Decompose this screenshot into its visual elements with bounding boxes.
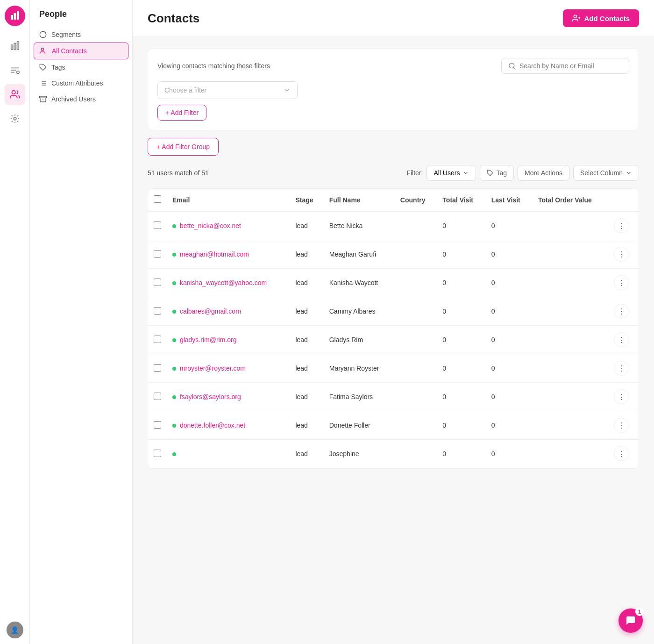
row-more-button[interactable]: ⋮ — [614, 218, 629, 233]
table-row: lead Josephine 0 0 ⋮ — [148, 440, 639, 468]
row-more-button[interactable]: ⋮ — [614, 361, 629, 376]
filter-dropdown-placeholder: Choose a filter — [164, 86, 206, 94]
email-link[interactable]: mroyster@royster.com — [180, 365, 246, 372]
email-link[interactable]: bette_nicka@cox.net — [180, 222, 241, 229]
row-total-visit: 0 — [437, 326, 485, 354]
row-checkbox-cell — [148, 240, 167, 269]
table-row: gladys.rim@rim.org lead Gladys Rim 0 0 ⋮ — [148, 326, 639, 354]
sidebar-item-all-contacts[interactable]: All Contacts — [34, 43, 128, 59]
select-column-dropdown[interactable]: Select Column — [573, 165, 639, 181]
email-link[interactable]: fsaylors@saylors.org — [180, 393, 241, 401]
row-email: bette_nicka@cox.net — [167, 211, 290, 240]
row-last-visit: 0 — [486, 211, 533, 240]
avatar[interactable]: 👤 — [7, 622, 23, 638]
row-more-button[interactable]: ⋮ — [614, 332, 629, 347]
select-column-chevron-icon — [626, 170, 632, 176]
all-users-chevron-icon — [462, 170, 469, 176]
row-total-visit: 0 — [437, 354, 485, 383]
filter-tag-label: Filter: — [406, 169, 423, 177]
row-more-button[interactable]: ⋮ — [614, 304, 629, 319]
analytics-icon[interactable] — [5, 36, 25, 56]
sidebar-label-segments: Segments — [51, 31, 81, 38]
email-link[interactable]: kanisha_waycott@yahoo.com — [180, 279, 267, 286]
col-total-visit: Total Visit — [437, 189, 485, 211]
table-row: fsaylors@saylors.org lead Fatima Saylors… — [148, 383, 639, 411]
row-checkbox-0[interactable] — [154, 222, 161, 229]
row-country — [395, 411, 437, 440]
status-dot — [172, 452, 176, 456]
row-checkbox-6[interactable] — [154, 393, 161, 400]
tag-button[interactable]: Tag — [480, 165, 514, 181]
status-dot — [172, 224, 176, 228]
add-contacts-button[interactable]: Add Contacts — [563, 9, 640, 27]
search-input[interactable] — [519, 62, 622, 70]
col-actions — [608, 189, 639, 211]
row-stage: lead — [290, 440, 323, 468]
select-all-checkbox[interactable] — [154, 195, 161, 203]
row-last-visit: 0 — [486, 240, 533, 269]
integrations-icon[interactable] — [5, 108, 25, 129]
row-checkbox-cell — [148, 354, 167, 383]
row-country — [395, 440, 437, 468]
table-row: bette_nicka@cox.net lead Bette Nicka 0 0… — [148, 211, 639, 240]
row-stage: lead — [290, 326, 323, 354]
filter-dropdown[interactable]: Choose a filter — [157, 81, 298, 99]
sidebar-item-archived-users[interactable]: Archived Users — [30, 91, 132, 107]
more-actions-button[interactable]: More Actions — [518, 165, 569, 181]
add-filter-button[interactable]: + Add Filter — [157, 105, 206, 121]
row-country — [395, 269, 437, 297]
email-link[interactable]: calbares@gmail.com — [180, 308, 241, 315]
row-checkbox-cell — [148, 211, 167, 240]
page-title: Contacts — [148, 11, 199, 26]
row-checkbox-8[interactable] — [154, 450, 161, 457]
sidebar-label-custom-attributes: Custom Attributes — [51, 79, 103, 87]
app-logo[interactable] — [5, 6, 25, 26]
icon-bar: 👤 — [0, 0, 30, 644]
svg-rect-1 — [14, 13, 16, 20]
all-users-dropdown[interactable]: All Users — [427, 165, 476, 181]
row-more-button[interactable]: ⋮ — [614, 418, 629, 433]
row-more-button[interactable]: ⋮ — [614, 446, 629, 461]
row-checkbox-7[interactable] — [154, 421, 161, 429]
contacts-icon[interactable] — [5, 84, 25, 105]
svg-rect-5 — [17, 42, 19, 50]
email-link[interactable]: gladys.rim@rim.org — [180, 336, 237, 343]
row-checkbox-3[interactable] — [154, 307, 161, 315]
row-checkbox-4[interactable] — [154, 336, 161, 343]
email-link[interactable]: meaghan@hotmail.com — [180, 250, 249, 258]
row-stage: lead — [290, 240, 323, 269]
sidebar-item-segments[interactable]: Segments — [30, 27, 132, 43]
row-total-order-value — [533, 269, 608, 297]
filter-bar: Filter: All Users Tag More Actions — [406, 165, 639, 181]
row-last-visit: 0 — [486, 297, 533, 326]
email-link[interactable]: donette.foller@cox.net — [180, 422, 245, 429]
svg-point-6 — [16, 71, 19, 74]
row-email: meaghan@hotmail.com — [167, 240, 290, 269]
row-checkbox-1[interactable] — [154, 250, 161, 258]
row-total-order-value — [533, 240, 608, 269]
search-box[interactable] — [501, 58, 629, 74]
sidebar-item-custom-attributes[interactable]: Custom Attributes — [30, 75, 132, 91]
row-checkbox-2[interactable] — [154, 279, 161, 286]
row-total-visit: 0 — [437, 269, 485, 297]
add-filter-group-button[interactable]: + Add Filter Group — [148, 138, 219, 156]
row-more-button[interactable]: ⋮ — [614, 247, 629, 262]
row-fullname: Maryann Royster — [324, 354, 395, 383]
row-total-visit: 0 — [437, 383, 485, 411]
chat-icon — [625, 615, 636, 626]
sidebar-item-tags[interactable]: Tags — [30, 59, 132, 75]
row-last-visit: 0 — [486, 383, 533, 411]
row-more-button[interactable]: ⋮ — [614, 275, 629, 290]
row-checkbox-cell — [148, 297, 167, 326]
row-checkbox-cell — [148, 440, 167, 468]
tags-icon — [39, 64, 47, 71]
row-checkbox-5[interactable] — [154, 364, 161, 372]
svg-rect-4 — [14, 43, 16, 50]
row-fullname: Gladys Rim — [324, 326, 395, 354]
campaigns-icon[interactable] — [5, 60, 25, 80]
row-total-visit: 0 — [437, 211, 485, 240]
row-fullname: Donette Foller — [324, 411, 395, 440]
svg-point-21 — [574, 15, 576, 18]
row-more-button[interactable]: ⋮ — [614, 389, 629, 404]
chat-bubble[interactable]: 1 — [618, 608, 643, 633]
